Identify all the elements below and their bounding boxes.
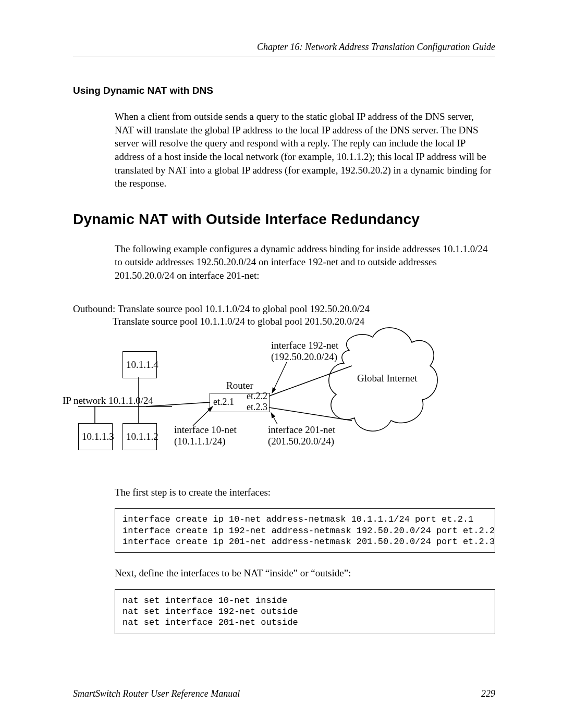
svg-line-5 [269, 366, 352, 396]
section-title: Dynamic NAT with Outside Interface Redun… [73, 211, 495, 228]
subsection-title: Using Dynamic NAT with DNS [73, 85, 495, 96]
network-diagram: Outbound: Translate source pool 10.1.1.0… [68, 303, 495, 470]
code-block-nat: nat set interface 10-net inside nat set … [115, 589, 495, 634]
svg-line-8 [272, 362, 287, 393]
chapter-header: Chapter 16: Network Address Translation … [73, 42, 495, 53]
code-block-interfaces: interface create ip 10-net address-netma… [115, 508, 495, 553]
paragraph-2: The following example configures a dynam… [115, 242, 495, 282]
diagram-svg [68, 303, 495, 470]
paragraph-4: Next, define the interfaces to be NAT “i… [115, 566, 495, 580]
svg-line-9 [271, 413, 277, 424]
svg-line-7 [193, 406, 213, 426]
paragraph-3: The first step is to create the interfac… [115, 486, 495, 499]
footer-page: 229 [481, 688, 495, 699]
svg-line-6 [269, 408, 352, 421]
header-rule [73, 56, 495, 56]
footer-manual: SmartSwitch Router User Reference Manual [73, 688, 240, 699]
svg-line-4 [146, 402, 210, 406]
paragraph-1: When a client from outside sends a query… [115, 110, 495, 190]
